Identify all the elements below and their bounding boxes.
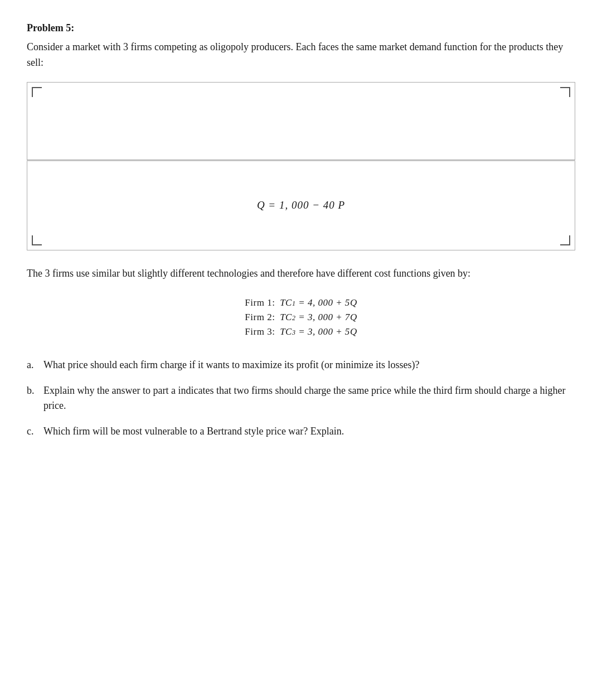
problem-title: Problem 5: (27, 22, 575, 34)
question-a-letter: a. (27, 358, 39, 373)
intro-text: Consider a market with 3 firms competing… (27, 40, 575, 71)
firm1-eq: = 4, 000 + 5Q (295, 297, 357, 308)
cost-row-2: Firm 2: TC2 = 3, 000 + 7Q (245, 312, 357, 323)
firm2-tc: TC (280, 312, 292, 323)
cost-row-1: Firm 1: TC1 = 4, 000 + 5Q (245, 297, 357, 308)
question-a: a. What price should each firm charge if… (27, 358, 575, 373)
question-a-text: What price should each firm charge if it… (43, 358, 575, 373)
question-c: c. Which firm will be most vulnerable to… (27, 424, 575, 440)
corner-bracket-tl (32, 87, 42, 97)
firm1-tc: TC (280, 297, 292, 308)
question-b-text: Explain why the answer to part a indicat… (43, 383, 575, 414)
image-box-bottom: Q = 1, 000 − 40 P (27, 161, 575, 250)
question-b-letter: b. (27, 383, 39, 399)
cost-row-3: Firm 3: TC3 = 3, 000 + 5Q (245, 326, 357, 337)
question-c-letter: c. (27, 424, 39, 440)
firm3-eq: = 3, 000 + 5Q (295, 326, 357, 337)
firm2-label: Firm 2: (245, 312, 278, 323)
question-b: b. Explain why the answer to part a indi… (27, 383, 575, 414)
firm3-tc: TC (280, 326, 292, 337)
firm1-label: Firm 1: (245, 297, 278, 308)
firm3-label: Firm 3: (245, 326, 278, 337)
questions-section: a. What price should each firm charge if… (27, 358, 575, 440)
corner-bracket-tr (560, 87, 570, 97)
section-text: The 3 firms use similar but slightly dif… (27, 266, 575, 282)
firm2-eq: = 3, 000 + 7Q (295, 312, 357, 323)
corner-bracket-bl (32, 235, 42, 245)
diagram-area: Q = 1, 000 − 40 P (27, 82, 575, 250)
problem-container: Problem 5: Consider a market with 3 firm… (27, 22, 575, 440)
cost-functions: Firm 1: TC1 = 4, 000 + 5Q Firm 2: TC2 = … (27, 297, 575, 337)
demand-equation: Q = 1, 000 − 40 P (257, 199, 345, 211)
image-box-top (27, 82, 575, 160)
corner-bracket-br (560, 235, 570, 245)
question-c-text: Which firm will be most vulnerable to a … (43, 424, 575, 440)
